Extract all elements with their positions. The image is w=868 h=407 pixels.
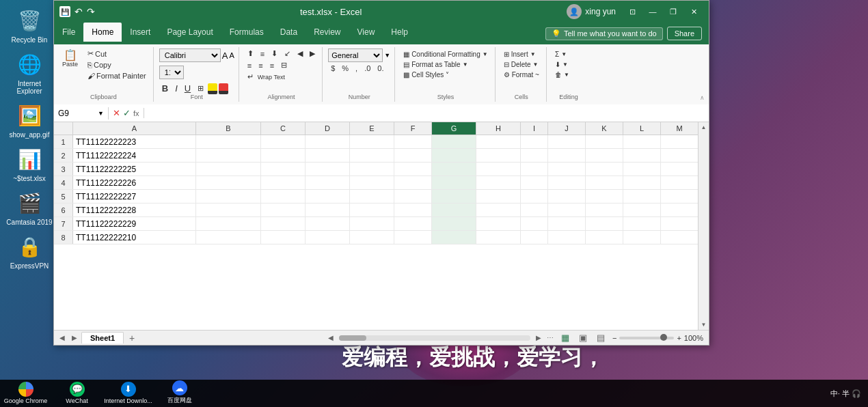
insert-button[interactable]: ⊞ Insert ▼ bbox=[501, 50, 542, 59]
tab-page-layout[interactable]: Page Layout bbox=[159, 23, 221, 42]
grid-cell-i1[interactable] bbox=[521, 135, 548, 148]
grid-cell-m8[interactable] bbox=[661, 231, 699, 244]
vertical-scrollbar[interactable]: ▲ ▼ bbox=[698, 122, 709, 330]
grid-cell-m4[interactable] bbox=[661, 176, 699, 189]
grid-cell-h1[interactable] bbox=[476, 135, 521, 148]
grid-cell-c1[interactable] bbox=[261, 135, 306, 148]
zoom-slider[interactable] bbox=[619, 337, 674, 339]
desktop-icon-expressvpn[interactable]: 🔒 ExpressVPN bbox=[5, 233, 53, 270]
cell-styles-button[interactable]: ▩ Cell Styles ˅ bbox=[401, 70, 491, 79]
decimal-increase-button[interactable]: .0 bbox=[362, 64, 373, 73]
format-cells-button[interactable]: ⚙ Format ~ bbox=[501, 70, 542, 79]
col-header-h[interactable]: H bbox=[476, 122, 521, 135]
tab-file[interactable]: File bbox=[54, 23, 83, 42]
grid-cell-j8[interactable] bbox=[548, 231, 586, 244]
tab-review[interactable]: Review bbox=[306, 23, 349, 42]
bold-button[interactable]: B bbox=[159, 83, 171, 94]
grid-cell-l6[interactable] bbox=[623, 204, 661, 216]
scroll-left-arrow[interactable]: ◀ bbox=[328, 334, 334, 341]
grid-cell-f7[interactable] bbox=[394, 217, 432, 230]
grid-cell-i8[interactable] bbox=[521, 231, 548, 244]
grid-cell-e1[interactable] bbox=[350, 135, 394, 148]
col-header-d[interactable]: D bbox=[306, 122, 350, 135]
cut-button[interactable]: ✂ Cut bbox=[85, 48, 149, 59]
grid-cell-b3[interactable] bbox=[196, 163, 261, 176]
scroll-down-arrow[interactable]: ▼ bbox=[699, 320, 709, 330]
border-button[interactable]: ⊞ bbox=[195, 83, 206, 94]
add-sheet-button[interactable]: + bbox=[125, 331, 139, 345]
grid-cell-l1[interactable] bbox=[623, 135, 661, 148]
tab-help[interactable]: Help bbox=[383, 23, 416, 42]
grid-cell-c7[interactable] bbox=[261, 217, 306, 230]
grid-cell-f2[interactable] bbox=[394, 149, 432, 162]
clear-button[interactable]: 🗑 ▼ bbox=[552, 70, 572, 79]
grid-cell-b7[interactable] bbox=[196, 217, 261, 230]
grid-cell-g7[interactable] bbox=[432, 217, 476, 230]
grid-cell-e6[interactable] bbox=[350, 204, 394, 216]
font-grow-icon[interactable]: A bbox=[222, 51, 228, 61]
formula-cancel-icon[interactable]: ✕ bbox=[113, 108, 120, 118]
align-center-button[interactable]: ≡ bbox=[256, 61, 265, 70]
col-header-k[interactable]: K bbox=[586, 122, 623, 135]
tab-formulas[interactable]: Formulas bbox=[221, 23, 272, 42]
grid-cell-e4[interactable] bbox=[350, 176, 394, 189]
delete-cells-button[interactable]: ⊟ Delete ▼ bbox=[501, 60, 542, 69]
grid-cell-h7[interactable] bbox=[476, 217, 521, 230]
grid-cell-g1[interactable] bbox=[432, 135, 476, 148]
indent-decrease-button[interactable]: ◀ bbox=[295, 48, 306, 59]
grid-cell-k1[interactable] bbox=[586, 135, 623, 148]
grid-cell-h4[interactable] bbox=[476, 176, 521, 189]
number-format-arrow[interactable]: ▼ bbox=[384, 52, 390, 59]
grid-cell-c3[interactable] bbox=[261, 163, 306, 176]
grid-cell-g2[interactable] bbox=[432, 149, 476, 162]
grid-cell-j7[interactable] bbox=[548, 217, 586, 230]
grid-cell-a3[interactable]: TT11122222225 bbox=[73, 163, 196, 176]
grid-cell-d8[interactable] bbox=[306, 231, 350, 244]
sheet-scroll-left[interactable]: ◀ bbox=[57, 333, 68, 343]
desktop-icon-stest[interactable]: 📊 ~$test.xlsx bbox=[5, 145, 53, 182]
grid-cell-a1[interactable]: TT11122222223 bbox=[73, 135, 196, 148]
grid-cell-f5[interactable] bbox=[394, 190, 432, 203]
grid-cell-b2[interactable] bbox=[196, 149, 261, 162]
save-icon[interactable]: 💾 bbox=[59, 6, 70, 17]
format-painter-button[interactable]: 🖌 Format Painter bbox=[85, 71, 149, 81]
grid-cell-m5[interactable] bbox=[661, 190, 699, 203]
grid-cell-g3[interactable] bbox=[432, 163, 476, 176]
align-bottom-button[interactable]: ⬇ bbox=[269, 48, 280, 59]
align-left-button[interactable]: ≡ bbox=[245, 61, 254, 70]
grid-cell-h2[interactable] bbox=[476, 149, 521, 162]
grid-cell-c2[interactable] bbox=[261, 149, 306, 162]
zoom-out-button[interactable]: − bbox=[612, 334, 616, 342]
more-options-icon[interactable]: ⋯ bbox=[547, 334, 554, 341]
grid-cell-k5[interactable] bbox=[586, 190, 623, 203]
grid-cell-i4[interactable] bbox=[521, 176, 548, 189]
grid-cell-f3[interactable] bbox=[394, 163, 432, 176]
grid-cell-c5[interactable] bbox=[261, 190, 306, 203]
tab-view[interactable]: View bbox=[349, 23, 383, 42]
share-button[interactable]: Share bbox=[667, 27, 702, 40]
grid-cell-k3[interactable] bbox=[586, 163, 623, 176]
grid-cell-e7[interactable] bbox=[350, 217, 394, 230]
page-break-view-button[interactable]: ▤ bbox=[595, 332, 607, 343]
copy-button[interactable]: ⎘ Copy bbox=[85, 60, 149, 70]
number-format-select[interactable]: General bbox=[328, 48, 383, 62]
grid-cell-c6[interactable] bbox=[261, 204, 306, 216]
grid-cell-a2[interactable]: TT11122222224 bbox=[73, 149, 196, 162]
taskbar-item-chrome[interactable]: Google Chrome bbox=[0, 380, 51, 407]
grid-cell-d5[interactable] bbox=[306, 190, 350, 203]
font-size-select[interactable]: 11 bbox=[159, 66, 184, 79]
indent-increase-button[interactable]: ▶ bbox=[307, 48, 318, 59]
grid-cell-b6[interactable] bbox=[196, 204, 261, 216]
desktop-icon-camtasia[interactable]: 🎬 Camtasia 2019 bbox=[5, 189, 53, 226]
text-direction-button[interactable]: ↙ bbox=[282, 48, 293, 59]
grid-cell-l4[interactable] bbox=[623, 176, 661, 189]
font-name-select[interactable]: Calibri bbox=[159, 48, 221, 62]
grid-cell-l3[interactable] bbox=[623, 163, 661, 176]
grid-cell-j5[interactable] bbox=[548, 190, 586, 203]
grid-cell-g5[interactable] bbox=[432, 190, 476, 203]
taskbar-item-wechat[interactable]: 💬 WeChat bbox=[51, 380, 103, 407]
taskbar-item-baidu[interactable]: ☁ 百度网盘 bbox=[154, 380, 205, 407]
grid-cell-e8[interactable] bbox=[350, 231, 394, 244]
desktop-icon-showapp[interactable]: 🖼️ show_app.gif bbox=[5, 102, 53, 139]
cell-ref-arrow[interactable]: ▼ bbox=[98, 110, 104, 117]
